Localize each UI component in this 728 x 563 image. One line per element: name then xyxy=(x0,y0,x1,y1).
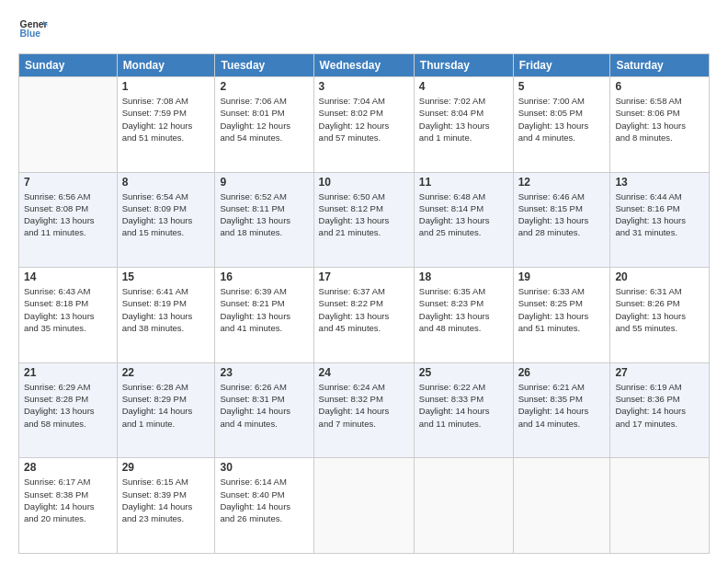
day-info: Sunrise: 6:26 AM Sunset: 8:31 PM Dayligh… xyxy=(220,381,308,430)
calendar-cell: 20Sunrise: 6:31 AM Sunset: 8:26 PM Dayli… xyxy=(610,268,710,363)
day-number: 13 xyxy=(615,176,704,189)
day-number: 16 xyxy=(220,270,308,283)
calendar-cell: 5Sunrise: 7:00 AM Sunset: 8:05 PM Daylig… xyxy=(513,77,610,173)
day-info: Sunrise: 6:14 AM Sunset: 8:40 PM Dayligh… xyxy=(220,476,308,524)
weekday-header-thursday: Thursday xyxy=(414,54,513,77)
day-info: Sunrise: 6:41 AM Sunset: 8:19 PM Dayligh… xyxy=(122,285,210,334)
day-number: 20 xyxy=(615,270,704,283)
calendar-cell: 21Sunrise: 6:29 AM Sunset: 8:28 PM Dayli… xyxy=(19,362,118,458)
day-info: Sunrise: 6:48 AM Sunset: 8:14 PM Dayligh… xyxy=(419,190,508,239)
day-info: Sunrise: 6:22 AM Sunset: 8:33 PM Dayligh… xyxy=(419,381,508,430)
day-info: Sunrise: 6:33 AM Sunset: 8:25 PM Dayligh… xyxy=(518,285,606,334)
day-number: 3 xyxy=(319,80,409,93)
day-number: 11 xyxy=(419,176,508,189)
calendar-cell: 28Sunrise: 6:17 AM Sunset: 8:38 PM Dayli… xyxy=(19,458,118,554)
day-info: Sunrise: 6:44 AM Sunset: 8:16 PM Dayligh… xyxy=(615,190,704,239)
day-number: 21 xyxy=(24,366,112,379)
calendar-cell: 24Sunrise: 6:24 AM Sunset: 8:32 PM Dayli… xyxy=(313,362,414,458)
day-number: 12 xyxy=(518,176,606,189)
day-number: 17 xyxy=(319,270,409,283)
day-number: 1 xyxy=(122,80,210,93)
day-number: 19 xyxy=(518,270,606,283)
week-row-5: 28Sunrise: 6:17 AM Sunset: 8:38 PM Dayli… xyxy=(19,458,710,554)
day-info: Sunrise: 6:46 AM Sunset: 8:15 PM Dayligh… xyxy=(518,190,606,239)
week-row-2: 7Sunrise: 6:56 AM Sunset: 8:08 PM Daylig… xyxy=(19,172,710,268)
day-number: 30 xyxy=(220,461,308,474)
calendar-cell: 18Sunrise: 6:35 AM Sunset: 8:23 PM Dayli… xyxy=(414,268,513,363)
day-number: 29 xyxy=(122,461,210,474)
calendar-cell: 8Sunrise: 6:54 AM Sunset: 8:09 PM Daylig… xyxy=(117,172,215,268)
day-number: 9 xyxy=(220,176,308,189)
calendar-cell: 23Sunrise: 6:26 AM Sunset: 8:31 PM Dayli… xyxy=(215,362,313,458)
day-number: 14 xyxy=(24,270,112,283)
day-number: 28 xyxy=(24,461,112,474)
calendar-cell: 26Sunrise: 6:21 AM Sunset: 8:35 PM Dayli… xyxy=(513,362,610,458)
calendar-cell: 14Sunrise: 6:43 AM Sunset: 8:18 PM Dayli… xyxy=(19,268,118,363)
calendar-cell: 25Sunrise: 6:22 AM Sunset: 8:33 PM Dayli… xyxy=(414,362,513,458)
day-number: 15 xyxy=(122,270,210,283)
weekday-header-row: SundayMondayTuesdayWednesdayThursdayFrid… xyxy=(19,54,710,77)
calendar-cell: 15Sunrise: 6:41 AM Sunset: 8:19 PM Dayli… xyxy=(117,268,215,363)
calendar-cell xyxy=(19,77,118,173)
day-info: Sunrise: 6:28 AM Sunset: 8:29 PM Dayligh… xyxy=(122,381,210,430)
calendar-cell: 10Sunrise: 6:50 AM Sunset: 8:12 PM Dayli… xyxy=(313,172,414,268)
day-number: 4 xyxy=(419,80,508,93)
weekday-header-wednesday: Wednesday xyxy=(313,54,414,77)
day-number: 26 xyxy=(518,366,606,379)
week-row-3: 14Sunrise: 6:43 AM Sunset: 8:18 PM Dayli… xyxy=(19,268,710,363)
day-info: Sunrise: 7:04 AM Sunset: 8:02 PM Dayligh… xyxy=(319,95,409,144)
calendar-cell: 16Sunrise: 6:39 AM Sunset: 8:21 PM Dayli… xyxy=(215,268,313,363)
day-info: Sunrise: 6:56 AM Sunset: 8:08 PM Dayligh… xyxy=(24,190,112,239)
day-info: Sunrise: 6:35 AM Sunset: 8:23 PM Dayligh… xyxy=(419,285,508,334)
day-info: Sunrise: 6:29 AM Sunset: 8:28 PM Dayligh… xyxy=(24,381,112,430)
day-number: 8 xyxy=(122,176,210,189)
day-number: 27 xyxy=(615,366,704,379)
page: General Blue SundayMondayTuesdayWednesda… xyxy=(0,0,728,563)
day-info: Sunrise: 6:50 AM Sunset: 8:12 PM Dayligh… xyxy=(319,190,409,239)
calendar-cell xyxy=(610,458,710,554)
day-number: 5 xyxy=(518,80,606,93)
calendar-cell: 12Sunrise: 6:46 AM Sunset: 8:15 PM Dayli… xyxy=(513,172,610,268)
day-info: Sunrise: 6:58 AM Sunset: 8:06 PM Dayligh… xyxy=(615,95,704,144)
calendar-cell: 19Sunrise: 6:33 AM Sunset: 8:25 PM Dayli… xyxy=(513,268,610,363)
calendar-cell: 13Sunrise: 6:44 AM Sunset: 8:16 PM Dayli… xyxy=(610,172,710,268)
calendar-cell xyxy=(513,458,610,554)
calendar-cell: 9Sunrise: 6:52 AM Sunset: 8:11 PM Daylig… xyxy=(215,172,313,268)
calendar-cell: 6Sunrise: 6:58 AM Sunset: 8:06 PM Daylig… xyxy=(610,77,710,173)
calendar-cell: 1Sunrise: 7:08 AM Sunset: 7:59 PM Daylig… xyxy=(117,77,215,173)
calendar-cell: 4Sunrise: 7:02 AM Sunset: 8:04 PM Daylig… xyxy=(414,77,513,173)
day-info: Sunrise: 6:54 AM Sunset: 8:09 PM Dayligh… xyxy=(122,190,210,239)
calendar-table: SundayMondayTuesdayWednesdayThursdayFrid… xyxy=(18,53,710,554)
day-info: Sunrise: 6:24 AM Sunset: 8:32 PM Dayligh… xyxy=(319,381,409,430)
logo: General Blue xyxy=(18,15,48,44)
day-info: Sunrise: 7:08 AM Sunset: 7:59 PM Dayligh… xyxy=(122,95,210,144)
day-number: 2 xyxy=(220,80,308,93)
weekday-header-monday: Monday xyxy=(117,54,215,77)
calendar-cell: 30Sunrise: 6:14 AM Sunset: 8:40 PM Dayli… xyxy=(215,458,313,554)
calendar-cell: 2Sunrise: 7:06 AM Sunset: 8:01 PM Daylig… xyxy=(215,77,313,173)
calendar-cell: 7Sunrise: 6:56 AM Sunset: 8:08 PM Daylig… xyxy=(19,172,118,268)
day-info: Sunrise: 7:00 AM Sunset: 8:05 PM Dayligh… xyxy=(518,95,606,144)
weekday-header-saturday: Saturday xyxy=(610,54,710,77)
calendar-cell xyxy=(414,458,513,554)
weekday-header-friday: Friday xyxy=(513,54,610,77)
day-info: Sunrise: 6:21 AM Sunset: 8:35 PM Dayligh… xyxy=(518,381,606,430)
day-number: 23 xyxy=(220,366,308,379)
day-number: 6 xyxy=(615,80,704,93)
week-row-4: 21Sunrise: 6:29 AM Sunset: 8:28 PM Dayli… xyxy=(19,362,710,458)
day-info: Sunrise: 6:31 AM Sunset: 8:26 PM Dayligh… xyxy=(615,285,704,334)
calendar-cell: 22Sunrise: 6:28 AM Sunset: 8:29 PM Dayli… xyxy=(117,362,215,458)
calendar-cell: 3Sunrise: 7:04 AM Sunset: 8:02 PM Daylig… xyxy=(313,77,414,173)
day-number: 24 xyxy=(319,366,409,379)
day-info: Sunrise: 6:52 AM Sunset: 8:11 PM Dayligh… xyxy=(220,190,308,239)
calendar-cell: 11Sunrise: 6:48 AM Sunset: 8:14 PM Dayli… xyxy=(414,172,513,268)
day-number: 22 xyxy=(122,366,210,379)
weekday-header-tuesday: Tuesday xyxy=(215,54,313,77)
day-number: 25 xyxy=(419,366,508,379)
day-number: 7 xyxy=(24,176,112,189)
calendar-cell: 17Sunrise: 6:37 AM Sunset: 8:22 PM Dayli… xyxy=(313,268,414,363)
day-info: Sunrise: 6:15 AM Sunset: 8:39 PM Dayligh… xyxy=(122,476,210,524)
logo-icon: General Blue xyxy=(18,15,48,44)
day-number: 18 xyxy=(419,270,508,283)
svg-text:Blue: Blue xyxy=(20,29,41,39)
